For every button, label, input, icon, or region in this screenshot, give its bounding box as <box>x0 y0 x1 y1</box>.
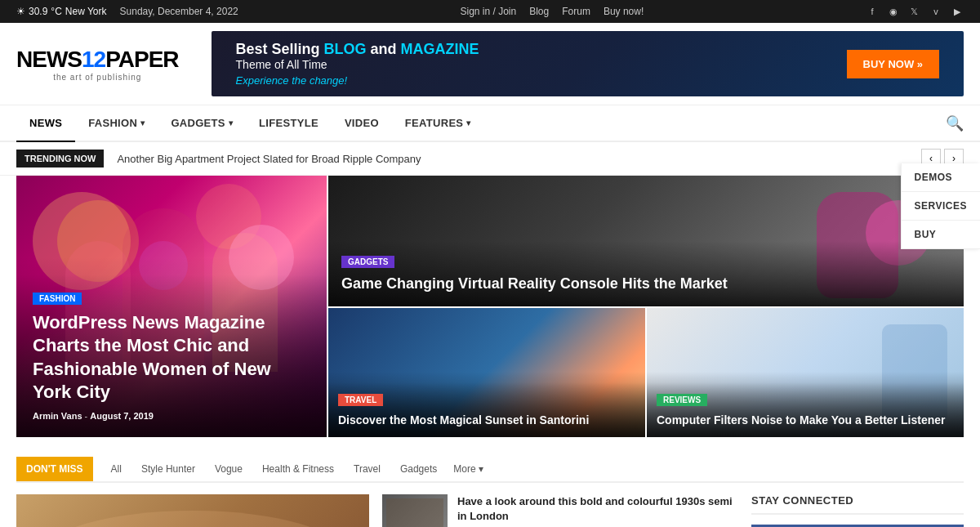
blog-link[interactable]: Blog <box>529 6 549 17</box>
nav-item-fashion[interactable]: FASHION ▾ <box>75 105 158 142</box>
hero-right-column: GADGETS Game Changing Virtual Reality Co… <box>328 176 964 439</box>
more-caret-icon: ▾ <box>479 463 483 475</box>
youtube-icon[interactable]: ▶ <box>951 5 964 18</box>
ad-banner[interactable]: Best Selling BLOG and MAGAZINE Theme of … <box>212 31 964 96</box>
dont-miss-tabs: DON'T MISS All Style Hunter Vogue Health… <box>16 457 964 483</box>
logo-part1: NEWS <box>16 47 82 72</box>
logo[interactable]: NEWS12PAPER <box>16 47 179 73</box>
top-bar: ☀ 30.9 °C New York Sunday, December 4, 2… <box>0 0 980 23</box>
hero-bottom-right-category: REVIEWS <box>657 394 707 406</box>
main-content: FASHION WordPress News Magazine Charts t… <box>0 176 980 527</box>
hero-bottom-left-title: Discover the Most Magical Sunset in Sant… <box>338 413 635 427</box>
hero-main-overlay: FASHION WordPress News Magazine Charts t… <box>16 275 327 437</box>
hero-bottom-right-overlay: REVIEWS Computer Filters Noise to Make Y… <box>647 382 964 437</box>
hero-bottom-left-overlay: TRAVEL Discover the Most Magical Sunset … <box>328 382 645 437</box>
hero-top-right-category: GADGETS <box>341 256 394 268</box>
hero-bottom-right-article[interactable]: REVIEWS Computer Filters Noise to Make Y… <box>647 308 964 437</box>
hero-bottom-right-title: Computer Filters Noise to Make You a Bet… <box>657 413 954 427</box>
buy-now-link[interactable]: Buy now! <box>604 6 644 17</box>
articles-area: Have a look around this bold and colourf… <box>16 494 735 527</box>
nav-item-news[interactable]: NEWS <box>16 105 75 142</box>
article-card-2-info: Have a look around this bold and colourf… <box>457 494 735 527</box>
stay-connected-header: STAY CONNECTED <box>751 494 964 515</box>
hero-top-right-title: Game Changing Virtual Reality Console Hi… <box>341 275 951 293</box>
date: Sunday, December 4, 2022 <box>120 6 238 17</box>
tab-travel[interactable]: Travel <box>344 457 390 481</box>
sun-icon: ☀ <box>16 6 25 17</box>
top-bar-center-links: Sign in / Join Blog Forum Buy now! <box>460 6 644 17</box>
trending-text: Another Big Apartment Project Slated for… <box>117 153 908 165</box>
search-icon[interactable]: 🔍 <box>946 114 964 132</box>
ad-sub-text1: Theme of All Time <box>236 58 479 71</box>
stay-connected-sidebar: STAY CONNECTED f 22,034 Fans LIKE 𝕏 8,51… <box>751 494 964 527</box>
header: NEWS12PAPER the art of publishing Best S… <box>0 23 980 105</box>
hero-bottom-left-article[interactable]: TRAVEL Discover the Most Magical Sunset … <box>328 308 645 437</box>
logo-area: NEWS12PAPER the art of publishing <box>16 47 179 82</box>
instagram-icon[interactable]: ◉ <box>887 5 900 18</box>
nav-item-gadgets[interactable]: GADGETS ▾ <box>158 105 246 142</box>
trending-bar: TRENDING NOW Another Big Apartment Proje… <box>0 142 980 176</box>
weather-widget: ☀ 30.9 °C New York <box>16 6 107 17</box>
logo-part3: PAPER <box>105 47 178 72</box>
content-grid: Have a look around this bold and colourf… <box>16 494 964 527</box>
fashion-caret: ▾ <box>140 118 145 127</box>
logo-tagline: the art of publishing <box>16 73 179 82</box>
article-card-1-bg <box>16 494 369 527</box>
forum-link[interactable]: Forum <box>562 6 590 17</box>
right-panel: DEMOS SERVICES BUY <box>901 163 980 249</box>
trending-label: TRENDING NOW <box>16 150 104 167</box>
hero-main-author: Armin Vans <box>33 411 82 421</box>
article-card-1-image <box>16 494 369 527</box>
ad-main-text: Best Selling BLOG and MAGAZINE <box>236 41 479 58</box>
tab-health-fitness[interactable]: Health & Fitness <box>252 457 344 481</box>
top-bar-left: ☀ 30.9 °C New York Sunday, December 4, 2… <box>16 6 238 17</box>
location: New York <box>65 6 107 17</box>
tab-gadgets[interactable]: Gadgets <box>390 457 447 481</box>
ad-text: Best Selling BLOG and MAGAZINE Theme of … <box>236 41 479 87</box>
features-caret: ▾ <box>466 118 470 127</box>
right-panel-buy[interactable]: BUY <box>902 221 980 249</box>
logo-number: 12 <box>82 47 105 72</box>
nav-item-lifestyle[interactable]: LIFESTYLE <box>246 105 332 142</box>
article-card-2-thumb-bg <box>382 494 448 527</box>
temperature: 30.9 <box>29 6 47 17</box>
right-panel-services[interactable]: SERVICES <box>902 192 980 221</box>
tab-style-hunter[interactable]: Style Hunter <box>131 457 205 481</box>
dont-miss-section: DON'T MISS All Style Hunter Vogue Health… <box>16 457 964 527</box>
tab-more[interactable]: More ▾ <box>447 457 489 481</box>
main-nav: NEWS FASHION ▾ GADGETS ▾ LIFESTYLE VIDEO… <box>0 105 980 142</box>
hero-bottom-row: TRAVEL Discover the Most Magical Sunset … <box>328 308 964 439</box>
article-card-2-thumb <box>382 494 448 527</box>
hero-main-title: WordPress News Magazine Charts the Most … <box>33 311 310 404</box>
right-panel-demos[interactable]: DEMOS <box>902 163 980 192</box>
hero-main-category: FASHION <box>33 293 82 305</box>
article-card-2: Have a look around this bold and colourf… <box>382 494 735 527</box>
article-card-2-title: Have a look around this bold and colourf… <box>457 494 735 524</box>
tab-all[interactable]: All <box>101 457 131 481</box>
vimeo-icon[interactable]: v <box>929 5 942 18</box>
ad-sub-text2: Experience the change! <box>236 74 479 87</box>
article-card-1 <box>16 494 369 527</box>
sign-in-link[interactable]: Sign in / Join <box>460 6 516 17</box>
hero-top-right-article[interactable]: GADGETS Game Changing Virtual Reality Co… <box>328 176 964 306</box>
twitter-icon[interactable]: 𝕏 <box>908 5 921 18</box>
article-card-2-horizontal[interactable]: Have a look around this bold and colourf… <box>382 494 735 527</box>
facebook-icon[interactable]: f <box>866 5 879 18</box>
gadgets-caret: ▾ <box>229 118 233 127</box>
hero-main-article[interactable]: FASHION WordPress News Magazine Charts t… <box>16 176 327 437</box>
nav-item-features[interactable]: FEATURES ▾ <box>392 105 484 142</box>
dont-miss-label: DON'T MISS <box>16 457 93 481</box>
hero-top-right-overlay: GADGETS Game Changing Virtual Reality Co… <box>328 241 964 306</box>
nav-item-video[interactable]: VIDEO <box>332 105 392 142</box>
tab-vogue[interactable]: Vogue <box>205 457 252 481</box>
temp-unit: °C <box>51 6 61 17</box>
social-links: f ◉ 𝕏 v ▶ <box>866 5 964 18</box>
hero-main-date: August 7, 2019 <box>90 411 154 421</box>
hero-grid: FASHION WordPress News Magazine Charts t… <box>16 176 964 440</box>
hero-bottom-left-category: TRAVEL <box>338 394 383 406</box>
hero-main-meta: Armin Vans - August 7, 2019 <box>33 411 310 421</box>
ad-buy-button[interactable]: BUY NOW » <box>847 50 939 78</box>
